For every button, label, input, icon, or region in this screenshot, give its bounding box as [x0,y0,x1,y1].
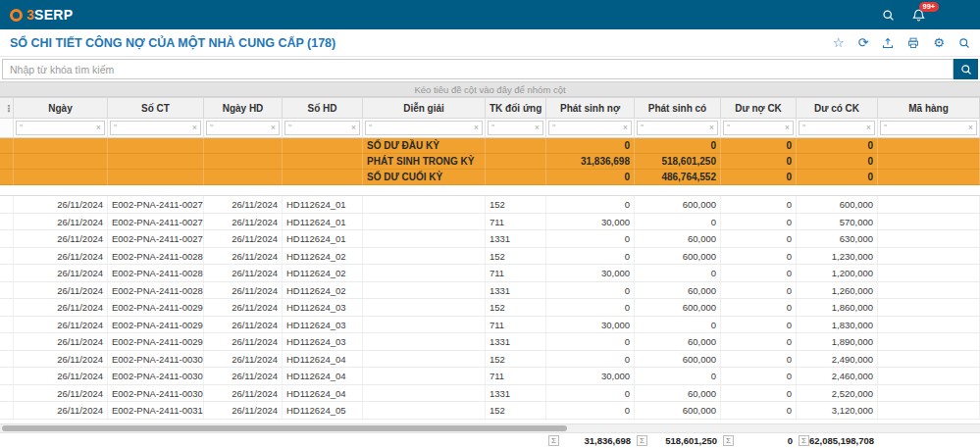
filter-input-du-no-ck[interactable] [732,124,782,133]
aggregate-sum-icon[interactable]: Σ [637,435,647,446]
filter-input-dien-giai[interactable] [374,124,471,133]
filter-clear-icon[interactable]: × [271,124,276,132]
filter-input-phat-sinh-co[interactable] [645,124,706,133]
keyword-search-input[interactable] [2,59,954,79]
filter-operator-icon[interactable]: '' [288,124,291,132]
column-header-ngay[interactable]: Ngày [14,97,108,119]
table-row[interactable]: 26/11/2024E002-PNA-2411-002926/11/2024HD… [0,317,980,334]
filter-input-tk-oi-ung[interactable] [496,124,532,133]
filter-clear-icon[interactable]: × [96,124,101,132]
filter-operator-icon[interactable]: '' [884,124,887,132]
table-row[interactable]: 26/11/2024E002-PNA-2411-002926/11/2024HD… [0,333,980,351]
footer-total-du-co-ck: Σ62,085,198,708 [797,433,878,448]
filter-input-du-co-ck[interactable] [807,124,863,133]
filter-input-ma-hang[interactable] [889,124,965,133]
column-header-phat-sinh-co[interactable]: Phát sinh có [635,97,721,119]
summary-empty-cell [283,154,363,170]
table-row[interactable]: 26/11/2024E002-PNA-2411-002726/11/2024HD… [0,214,980,231]
table-row[interactable]: 26/11/2024E002-PNA-2411-003026/11/2024HD… [0,351,980,369]
filter-clear-icon[interactable]: × [192,124,197,132]
column-header-tk-oi-ung[interactable]: TK đối ứng [486,97,546,119]
cell-so-hd: HD112624_02 [283,282,363,299]
settings-gear-icon[interactable]: ⚙ [933,36,945,49]
cell-tk-oi-ung: 711 [486,317,546,333]
summary-empty-cell [108,138,204,154]
filter-clear-icon[interactable]: × [968,124,973,132]
filter-input-ngay[interactable] [25,124,93,133]
table-row[interactable]: 26/11/2024E002-PNA-2411-002726/11/2024HD… [0,230,980,248]
cell-so-ct: E002-PNA-2411-0029 [108,333,204,350]
filter-clear-icon[interactable]: × [623,124,628,132]
export-icon[interactable] [882,37,894,49]
filter-operator-icon[interactable]: '' [802,124,805,132]
column-options-handle[interactable]: ⋮ [0,97,14,119]
column-header-du-no-ck[interactable]: Dư nợ CK [721,97,797,119]
column-search-icon[interactable] [958,37,970,49]
column-header-so-hd[interactable]: Số HD [283,97,363,119]
page-title: SỔ CHI TIẾT CÔNG NỢ CỦA MỘT NHÀ CUNG CẤP… [10,36,335,50]
filter-clear-icon[interactable]: × [709,124,714,132]
table-header: ⋮NgàySố CTNgày HDSố HDDiễn giảiTK đối ứn… [0,97,980,119]
column-header-ngay-hd[interactable]: Ngày HD [204,97,283,119]
cell-ma-hang [878,248,980,265]
cell-du-co-ck: 3,120,000 [797,402,878,419]
column-header-phat-sinh-no[interactable]: Phát sinh nợ [546,97,635,119]
horizontal-scrollbar-thumb[interactable] [2,425,567,431]
cell-dien-giai [363,299,486,316]
filter-operator-icon[interactable]: '' [641,124,644,132]
filter-clear-icon[interactable]: × [866,124,871,132]
summary-label: SỐ DƯ CUỐI KỲ [363,170,486,185]
filter-input-ngay-hd[interactable] [215,124,268,133]
summary-empty-cell [878,170,980,185]
filter-operator-icon[interactable]: '' [369,124,372,132]
table-row[interactable]: 26/11/2024E002-PNA-2411-003126/11/2024HD… [0,402,980,420]
filter-operator-icon[interactable]: '' [20,124,23,132]
notifications-bell-icon[interactable]: 99+ [912,9,925,22]
search-icon[interactable] [882,9,895,22]
cell-so-ct: E002-PNA-2411-0027 [108,230,204,247]
favorite-star-icon[interactable]: ☆ [833,36,845,49]
filter-input-so-ct[interactable] [119,124,189,133]
aggregate-sum-icon[interactable]: Σ [548,435,559,446]
filter-clear-icon[interactable]: × [785,124,790,132]
horizontal-scrollbar[interactable] [0,423,980,432]
filter-operator-icon[interactable]: '' [491,124,494,132]
filter-box: ''× [880,121,977,135]
filter-clear-icon[interactable]: × [535,124,540,132]
filter-cell-so-ct: ''× [108,119,204,138]
refresh-icon[interactable]: ⟳ [857,36,868,49]
filter-input-so-hd[interactable] [293,124,348,133]
filter-handle-cell [0,119,14,138]
apps-grid-icon[interactable] [943,9,954,21]
filter-input-phat-sinh-no[interactable] [557,124,620,133]
table-row[interactable]: 26/11/2024E002-PNA-2411-002726/11/2024HD… [0,196,980,214]
column-header-du-co-ck[interactable]: Dư có CK [797,97,878,119]
cell-tk-oi-ung: 152 [486,351,546,368]
logo[interactable]: 3SERP [10,7,73,23]
summary-empty-cell [878,138,980,154]
aggregate-sum-icon[interactable]: Σ [799,435,809,446]
column-header-so-ct[interactable]: Số CT [108,97,204,119]
cell-ngay-hd: 26/11/2024 [204,368,283,384]
table-row[interactable]: 26/11/2024E002-PNA-2411-002926/11/2024HD… [0,299,980,317]
cell-du-no-ck: 0 [721,214,797,230]
summary-empty-cell [486,154,546,170]
table-row[interactable]: 26/11/2024E002-PNA-2411-002826/11/2024HD… [0,282,980,300]
table-row[interactable]: 26/11/2024E002-PNA-2411-002826/11/2024HD… [0,265,980,282]
group-by-dropzone[interactable]: Kéo tiêu đề cột vào đây để nhóm cột [0,81,980,97]
cell-so-hd: HD112624_03 [283,317,363,333]
aggregate-sum-icon[interactable]: Σ [723,435,734,446]
filter-operator-icon[interactable]: '' [210,124,213,132]
filter-operator-icon[interactable]: '' [552,124,555,132]
search-button[interactable] [954,59,978,79]
filter-operator-icon[interactable]: '' [114,124,117,132]
filter-clear-icon[interactable]: × [474,124,479,132]
table-row[interactable]: 26/11/2024E002-PNA-2411-003026/11/2024HD… [0,385,980,403]
filter-clear-icon[interactable]: × [351,124,356,132]
table-row[interactable]: 26/11/2024E002-PNA-2411-003026/11/2024HD… [0,368,980,385]
filter-operator-icon[interactable]: '' [727,124,730,132]
column-header-ma-hang[interactable]: Mã hàng [878,97,980,119]
table-row[interactable]: 26/11/2024E002-PNA-2411-002826/11/2024HD… [0,248,980,266]
column-header-dien-giai[interactable]: Diễn giải [363,97,486,119]
print-icon[interactable] [907,37,919,49]
